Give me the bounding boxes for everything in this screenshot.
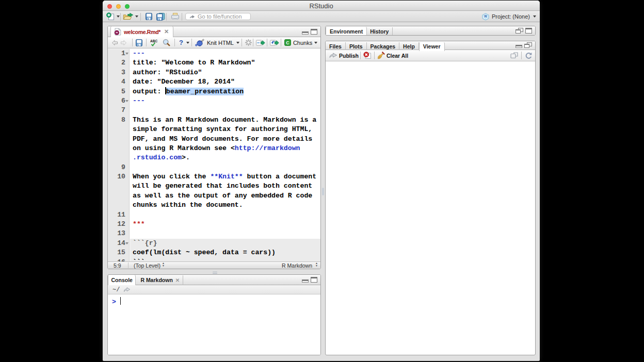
svg-text:ABC: ABC [150,39,157,42]
svg-text:C: C [286,40,289,45]
svg-text:R: R [485,14,488,19]
